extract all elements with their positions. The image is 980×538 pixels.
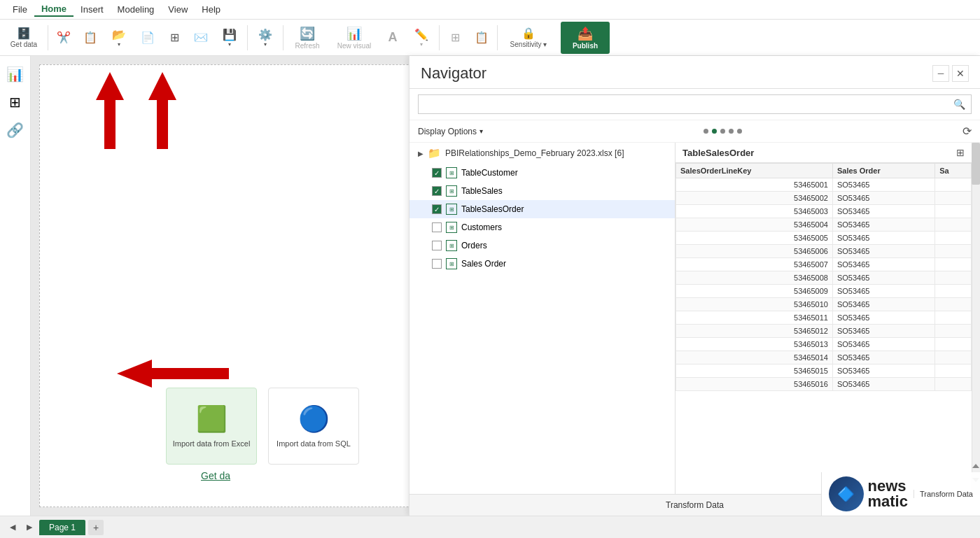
new-visual-button[interactable]: 📊 New visual xyxy=(330,22,379,54)
tree-item-customers[interactable]: ⊞ Customers xyxy=(410,218,675,236)
red-arrow-1 xyxy=(96,72,124,149)
checkbox-orders[interactable] xyxy=(432,241,442,250)
checkbox-tablesales[interactable]: ✓ xyxy=(432,186,442,196)
menu-home[interactable]: Home xyxy=(34,2,74,17)
table-row: 53465001 SO53465 xyxy=(676,178,972,192)
get-data-icon: 🗄️ xyxy=(17,27,31,40)
brand-matic: matic xyxy=(868,494,908,509)
svg-marker-2 xyxy=(117,360,229,388)
file-folder-item[interactable]: ▶ 📁 PBIRelationships_Demo_February 2023.… xyxy=(410,143,675,164)
red-arrow-left xyxy=(117,360,229,388)
table2-button[interactable]: ⊞ xyxy=(442,22,468,54)
tree-item-salesorder[interactable]: ⊞ Sales Order xyxy=(410,255,675,273)
table-row: 53465008 SO53465 xyxy=(676,271,972,285)
import-sql-label: Import data from SQL xyxy=(276,439,351,448)
dot1 xyxy=(704,129,708,134)
new-visual-icon: 📊 xyxy=(346,26,362,41)
menu-view[interactable]: View xyxy=(161,3,195,16)
paste-button[interactable]: 📋 xyxy=(78,22,103,54)
refresh-button[interactable]: 🔄 Refresh xyxy=(286,22,328,54)
get-data-link[interactable]: Get da xyxy=(201,470,230,481)
page-tab-1[interactable]: Page 1 xyxy=(39,520,85,535)
publish-button[interactable]: 📤 Publish xyxy=(561,22,610,54)
checkbox-tablecustomer[interactable]: ✓ xyxy=(432,168,442,178)
dot5 xyxy=(737,129,742,134)
preview-table: SalesOrderLineKey Sales Order Sa 5346500… xyxy=(676,163,972,391)
table-row: 53465009 SO53465 xyxy=(676,285,972,298)
toolbar-separator-3 xyxy=(283,25,284,50)
table-icon-6: ⊞ xyxy=(446,258,457,269)
display-options-button[interactable]: Display Options ▾ xyxy=(418,127,483,136)
table-row: 53465010 SO53465 xyxy=(676,298,972,311)
checkbox-customers[interactable] xyxy=(432,222,442,232)
menu-insert[interactable]: Insert xyxy=(74,3,111,16)
navigator-tree: ▶ 📁 PBIRelationships_Demo_February 2023.… xyxy=(410,143,676,494)
table-row: 53465005 SO53465 xyxy=(676,232,972,245)
open-button[interactable]: 📂 ▾ xyxy=(104,22,134,54)
transform-button[interactable]: ⚙️ ▾ xyxy=(251,22,280,54)
cut-button[interactable]: ✂️ xyxy=(51,22,76,54)
preview-panel: TableSalesOrder ⊞ SalesOrderLineKey Sale… xyxy=(676,143,972,494)
tree-item-tablesalesorder[interactable]: ✓ ⊞ TableSalesOrder xyxy=(410,200,675,218)
get-data-button[interactable]: 🗄️ Get data xyxy=(3,22,45,54)
tree-item-tablesales[interactable]: ✓ ⊞ TableSales xyxy=(410,182,675,200)
col-salesorderlinekey: SalesOrderLineKey xyxy=(676,164,833,178)
table-row: 53465012 SO53465 xyxy=(676,325,972,338)
preview-scroll[interactable]: SalesOrderLineKey Sales Order Sa 5346500… xyxy=(676,163,972,494)
checkbox-tablesalesorder[interactable]: ✓ xyxy=(432,204,442,214)
navigator-content: Navigator ─ ✕ 🔍 Display Opt xyxy=(409,56,980,516)
import-sql-tile[interactable]: 🔵 Import data from SQL xyxy=(268,388,359,465)
table-row: 53465004 SO53465 xyxy=(676,218,972,232)
sidebar-table-icon[interactable]: ⊞ xyxy=(3,90,28,115)
add-page-button[interactable]: + xyxy=(88,520,104,535)
table-row: 53465007 SO53465 xyxy=(676,258,972,271)
tree-item-tablecustomer[interactable]: ✓ ⊞ TableCustomer xyxy=(410,164,675,182)
toolbar-separator-5 xyxy=(497,25,498,50)
navigator-search-input[interactable] xyxy=(424,99,953,109)
preview-scrollbar[interactable] xyxy=(972,143,980,494)
export-button[interactable]: 💾 ▾ xyxy=(215,22,244,54)
table-icon-5: ⊞ xyxy=(446,240,457,251)
menu-modeling[interactable]: Modeling xyxy=(111,3,162,16)
table-icon-3: ⊞ xyxy=(446,204,457,215)
refresh-icon: 🔄 xyxy=(300,26,315,41)
toolbar-separator-1 xyxy=(48,25,48,50)
folder-icon: 📁 xyxy=(428,147,441,160)
save-button[interactable]: 📄 xyxy=(135,22,160,54)
table-icon-2: ⊞ xyxy=(446,185,457,197)
table-row: 53465002 SO53465 xyxy=(676,192,972,205)
import-excel-label: Import data from Excel xyxy=(173,439,251,448)
page-nav-prev[interactable]: ◀ xyxy=(6,521,20,535)
page-tabs-bar: ◀ ▶ Page 1 + xyxy=(0,516,980,538)
preview-icon[interactable]: ⊞ xyxy=(956,147,965,158)
preview-title: TableSalesOrder xyxy=(682,148,754,158)
import-excel-tile[interactable]: 🟩 Import data from Excel xyxy=(166,388,257,465)
left-sidebar: 📊 ⊞ 🔗 xyxy=(0,56,31,516)
text-box-button[interactable]: A xyxy=(380,22,405,54)
table-row: 53465014 SO53465 xyxy=(676,351,972,364)
page-nav-next[interactable]: ▶ xyxy=(22,521,36,535)
email-button[interactable]: ✉️ xyxy=(188,22,214,54)
sensitivity-button[interactable]: 🔒 Sensitivity ▾ xyxy=(500,22,556,54)
table-row: 53465013 SO53465 xyxy=(676,338,972,351)
dot4 xyxy=(729,129,734,134)
menu-file[interactable]: File xyxy=(6,3,34,16)
tree-item-orders[interactable]: ⊞ Orders xyxy=(410,236,675,255)
toolbar-separator-2 xyxy=(247,25,248,50)
navigator-minimize-button[interactable]: ─ xyxy=(932,65,949,82)
table-row: 53465006 SO53465 xyxy=(676,245,972,258)
sidebar-model-icon[interactable]: 🔗 xyxy=(3,118,28,143)
copilot-button[interactable]: 📋 xyxy=(469,22,494,54)
red-arrow-2 xyxy=(148,72,176,149)
table-button[interactable]: ⊞ xyxy=(162,22,187,54)
brand-news: news xyxy=(868,479,908,494)
search-icon: 🔍 xyxy=(953,99,965,110)
navigator-close-button[interactable]: ✕ xyxy=(952,65,969,82)
dot2 xyxy=(712,129,717,134)
refresh-preview-button[interactable]: ⟳ xyxy=(962,125,972,138)
table-row: 53465011 SO53465 xyxy=(676,311,972,325)
menu-help[interactable]: Help xyxy=(195,3,227,16)
sidebar-chart-icon[interactable]: 📊 xyxy=(3,62,28,87)
format-button[interactable]: ✏️ ▾ xyxy=(407,22,436,54)
checkbox-salesorder[interactable] xyxy=(432,259,442,269)
